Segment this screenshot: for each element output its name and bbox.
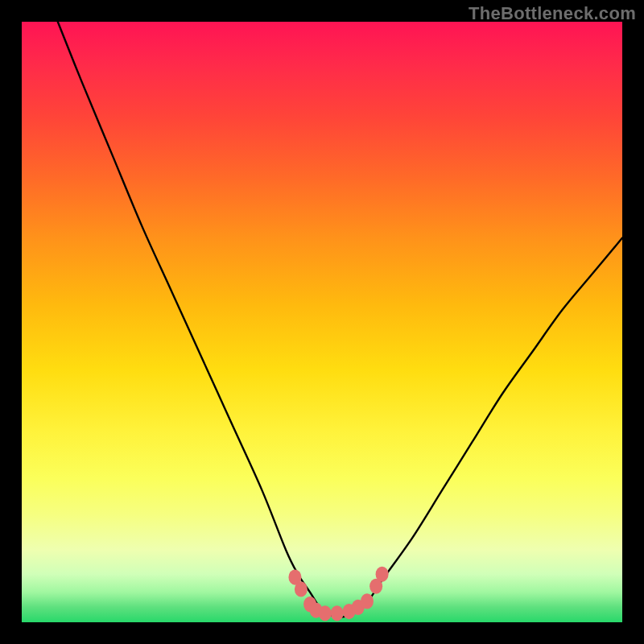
valley-marker	[331, 605, 344, 621]
valley-marker	[295, 581, 308, 597]
valley-marker	[376, 567, 389, 582]
chart-frame: TheBottleneck.com	[0, 0, 644, 644]
chart-svg-layer	[22, 22, 622, 622]
valley-marker	[361, 593, 374, 609]
watermark-text: TheBottleneck.com	[469, 3, 636, 24]
valley-marker	[319, 605, 332, 621]
bottleneck-curve-line	[58, 22, 622, 617]
